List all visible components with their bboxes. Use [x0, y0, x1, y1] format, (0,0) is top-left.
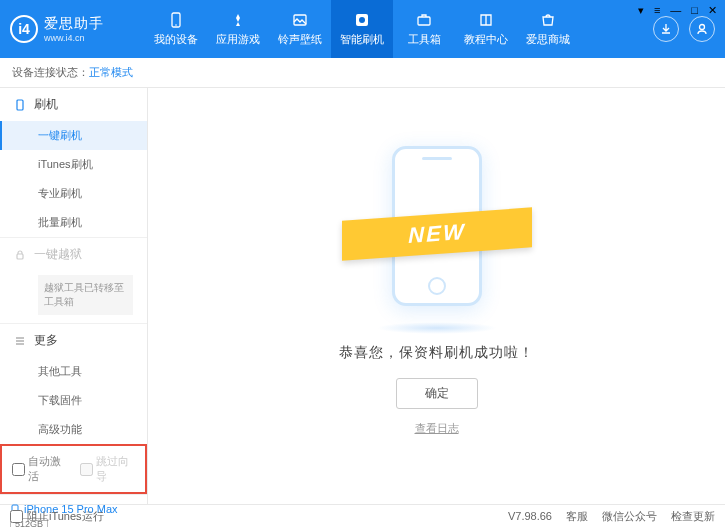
status-label: 设备连接状态：: [12, 65, 89, 80]
nav-store[interactable]: 爱思商城: [517, 0, 579, 58]
nav-toolbox[interactable]: 工具箱: [393, 0, 455, 58]
wallpaper-icon: [291, 11, 309, 29]
app-title: 爱思助手: [44, 15, 104, 33]
block-itunes-check[interactable]: 阻止iTunes运行: [10, 509, 104, 524]
svg-point-1: [175, 24, 177, 26]
sidebar-section-flash[interactable]: 刷机: [0, 88, 147, 121]
nav-apps[interactable]: 应用游戏: [207, 0, 269, 58]
footer-link-wechat[interactable]: 微信公众号: [602, 509, 657, 524]
book-icon: [477, 11, 495, 29]
sidebar-item-pro[interactable]: 专业刷机: [0, 179, 147, 208]
nav-flash[interactable]: 智能刷机: [331, 0, 393, 58]
app-subtitle: www.i4.cn: [44, 33, 104, 43]
header-right: [653, 16, 715, 42]
svg-rect-7: [17, 100, 23, 110]
sidebar-checks: 自动激活 跳过向导: [0, 444, 147, 494]
store-icon: [539, 11, 557, 29]
sidebar: 刷机 一键刷机 iTunes刷机 专业刷机 批量刷机 一键越狱 越狱工具已转移至…: [0, 88, 148, 504]
success-illustration: NEW: [347, 136, 527, 326]
minimize-icon[interactable]: ―: [670, 4, 681, 17]
user-button[interactable]: [689, 16, 715, 42]
footer-link-update[interactable]: 检查更新: [671, 509, 715, 524]
svg-point-6: [700, 25, 705, 30]
sidebar-item-advanced[interactable]: 高级功能: [0, 415, 147, 444]
flash-icon: [353, 11, 371, 29]
phone-icon: [167, 11, 185, 29]
logo[interactable]: i4 爱思助手 www.i4.cn: [10, 15, 145, 43]
footer-link-support[interactable]: 客服: [566, 509, 588, 524]
download-button[interactable]: [653, 16, 679, 42]
ok-button[interactable]: 确定: [396, 378, 478, 409]
sidebar-item-itunes[interactable]: iTunes刷机: [0, 150, 147, 179]
menu-icon: [14, 335, 26, 347]
phone-icon: [14, 99, 26, 111]
status-bar: 设备连接状态： 正常模式: [0, 58, 725, 88]
tray-icon[interactable]: ≡: [654, 4, 660, 17]
nav-tutorial[interactable]: 教程中心: [455, 0, 517, 58]
view-log-link[interactable]: 查看日志: [415, 421, 459, 436]
sidebar-section-jailbreak[interactable]: 一键越狱: [0, 238, 147, 271]
success-message: 恭喜您，保资料刷机成功啦！: [339, 344, 534, 362]
sidebar-item-batch[interactable]: 批量刷机: [0, 208, 147, 237]
lock-icon: [14, 249, 26, 261]
nav-my-device[interactable]: 我的设备: [145, 0, 207, 58]
new-ribbon: NEW: [342, 207, 532, 260]
main-content: NEW 恭喜您，保资料刷机成功啦！ 确定 查看日志: [148, 88, 725, 504]
sidebar-section-more[interactable]: 更多: [0, 324, 147, 357]
window-controls: ▾ ≡ ― □ ✕: [638, 4, 717, 17]
svg-rect-8: [17, 254, 23, 259]
jailbreak-note: 越狱工具已转移至工具箱: [38, 275, 133, 315]
check-auto-activate[interactable]: 自动激活: [12, 454, 68, 484]
nav-ringtone[interactable]: 铃声壁纸: [269, 0, 331, 58]
version: V7.98.66: [508, 510, 552, 522]
tray-icon[interactable]: ▾: [638, 4, 644, 17]
header: i4 爱思助手 www.i4.cn 我的设备 应用游戏 铃声壁纸 智能刷机 工具…: [0, 0, 725, 58]
svg-rect-5: [418, 17, 430, 25]
status-value: 正常模式: [89, 65, 133, 80]
logo-icon: i4: [10, 15, 38, 43]
close-icon[interactable]: ✕: [708, 4, 717, 17]
top-nav: 我的设备 应用游戏 铃声壁纸 智能刷机 工具箱 教程中心 爱思商城: [145, 0, 579, 58]
maximize-icon[interactable]: □: [691, 4, 698, 17]
sidebar-item-other[interactable]: 其他工具: [0, 357, 147, 386]
toolbox-icon: [415, 11, 433, 29]
check-skip-guide[interactable]: 跳过向导: [80, 454, 136, 484]
sidebar-item-download[interactable]: 下载固件: [0, 386, 147, 415]
sidebar-item-oneclick[interactable]: 一键刷机: [0, 121, 147, 150]
app-icon: [229, 11, 247, 29]
svg-point-4: [359, 17, 365, 23]
